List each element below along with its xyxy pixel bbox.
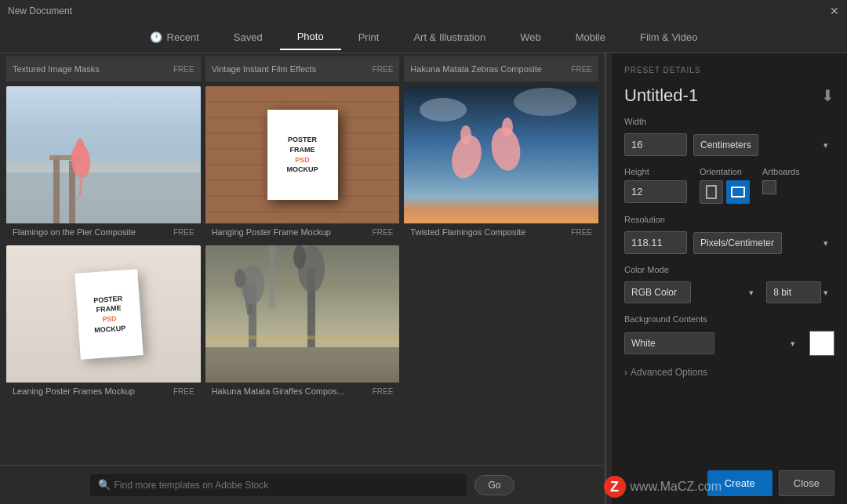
tab-art-label: Art & Illustration: [413, 31, 485, 43]
template-grid: Flamingo on the Pier Composite FREE: [0, 86, 605, 465]
list-item[interactable]: Hakuna Matata Zebras Composite FREE: [404, 56, 598, 82]
svg-rect-24: [205, 347, 400, 383]
height-input[interactable]: [624, 180, 687, 203]
landscape-icon: [731, 187, 745, 198]
svg-rect-0: [6, 172, 201, 223]
template-card-giraffe[interactable]: Hakuna Matata Giraffes Compos... FREE: [205, 245, 400, 400]
card-label: Hakuna Matata Zebras Composite: [410, 64, 542, 74]
orientation-buttons: [700, 180, 750, 204]
background-section: Background Contents White Black Transpar…: [624, 314, 834, 356]
preset-title-row: Untitled-1 ⬇: [624, 85, 834, 106]
svg-line-6: [80, 179, 82, 196]
color-mode-wrapper: RGB Color CMYK Color Grayscale: [624, 281, 760, 303]
search-input[interactable]: [90, 474, 467, 496]
card-label: Textured Image Masks: [13, 64, 100, 74]
watermark-logo: Z: [604, 476, 626, 498]
tab-saved-label: Saved: [234, 31, 263, 43]
tab-print[interactable]: Print: [341, 25, 397, 49]
card-label: Vintage Instant Film Effects: [212, 64, 317, 74]
free-badge: FREE: [173, 387, 194, 396]
svg-point-5: [76, 139, 84, 151]
tab-saved[interactable]: Saved: [216, 25, 280, 49]
height-group: Height: [624, 167, 687, 203]
card-label-row: Flamingo on the Pier Composite FREE: [6, 223, 201, 241]
tab-recent[interactable]: 🕐 Recent: [133, 25, 216, 49]
partial-row: Textured Image Masks FREE Vintage Instan…: [0, 56, 605, 82]
tab-art[interactable]: Art & Illustration: [396, 25, 503, 49]
go-button[interactable]: Go: [474, 475, 514, 495]
card-label-row: Hakuna Matata Giraffes Compos... FREE: [205, 383, 400, 400]
close-icon[interactable]: ✕: [830, 5, 839, 17]
tab-photo[interactable]: Photo: [280, 24, 341, 50]
bg-select-wrapper: White Black Transparent Background Color: [624, 332, 802, 354]
scroll-divider: [605, 53, 612, 504]
tab-bar: 🕐 Recent Saved Photo Print Art & Illustr…: [0, 22, 847, 53]
svg-point-28: [234, 269, 245, 288]
preset-title: Untitled-1: [624, 85, 698, 106]
card-label-row: Hanging Poster Frame Mockup FREE: [205, 223, 400, 241]
portrait-button[interactable]: [700, 180, 723, 204]
bg-color-swatch[interactable]: [809, 331, 834, 356]
bit-depth-select[interactable]: 8 bit 16 bit 32 bit: [766, 281, 821, 303]
titlebar-title: New Document: [8, 5, 72, 16]
svg-point-21: [420, 98, 467, 121]
list-item[interactable]: Textured Image Masks FREE: [6, 56, 201, 82]
giraffe-image: [205, 245, 400, 383]
search-wrapper: 🔍: [90, 474, 467, 496]
search-bar: 🔍 Go: [0, 465, 605, 504]
template-card-flamingo[interactable]: Flamingo on the Pier Composite FREE: [6, 86, 201, 241]
height-section: Height Orientation Artboards: [624, 167, 834, 204]
list-item[interactable]: Vintage Instant Film Effects FREE: [205, 56, 400, 82]
free-badge: FREE: [373, 387, 394, 396]
bg-contents-select[interactable]: White Black Transparent Background Color: [624, 332, 714, 354]
resolution-input[interactable]: [624, 231, 687, 254]
resolution-label: Resolution: [624, 215, 834, 224]
template-card-poster[interactable]: POSTER FRAME PSD MOCKUP Hanging Poster F…: [205, 86, 400, 241]
svg-rect-1: [53, 157, 60, 223]
watermark-text: www.MaCZ.com: [631, 480, 722, 494]
template-card-leaning[interactable]: POSTER FRAME PSD MOCKUP Leaning Poster F…: [6, 245, 201, 400]
width-unit-select[interactable]: Centimeters Pixels Inches Millimeters: [693, 134, 758, 156]
card-title: Hakuna Matata Giraffes Compos...: [212, 386, 344, 396]
bit-depth-wrapper: 8 bit 16 bit 32 bit: [766, 281, 834, 303]
advanced-options-label: Advanced Options: [631, 367, 707, 378]
template-row: POSTER FRAME PSD MOCKUP Leaning Poster F…: [6, 245, 598, 400]
width-input[interactable]: [624, 133, 687, 156]
free-badge: FREE: [173, 65, 194, 74]
orientation-group: Orientation: [700, 167, 750, 204]
free-badge: FREE: [173, 228, 194, 237]
twisted-image: [404, 86, 598, 223]
artboards-checkbox[interactable]: [762, 180, 776, 194]
preset-section-label: PRESET DETAILS: [624, 66, 834, 74]
leaning-image: POSTER FRAME PSD MOCKUP: [6, 245, 201, 383]
tab-film-label: Film & Video: [640, 31, 697, 43]
template-row: Flamingo on the Pier Composite FREE: [6, 86, 598, 241]
color-mode-section: Color Mode RGB Color CMYK Color Grayscal…: [624, 265, 834, 303]
svg-point-20: [502, 118, 513, 136]
card-title: Hanging Poster Frame Mockup: [212, 227, 331, 237]
tab-mobile[interactable]: Mobile: [558, 25, 623, 49]
landscape-button[interactable]: [726, 180, 750, 204]
search-icon: 🔍: [98, 479, 111, 491]
resolution-row: Pixels/Centimeter Pixels/Inch: [624, 231, 834, 254]
resolution-section: Resolution Pixels/Centimeter Pixels/Inch: [624, 215, 834, 254]
svg-point-31: [293, 245, 306, 269]
advanced-options-toggle[interactable]: › Advanced Options: [624, 367, 834, 378]
artboards-label: Artboards: [762, 167, 800, 176]
color-mode-select[interactable]: RGB Color CMYK Color Grayscale: [624, 281, 691, 303]
tab-film[interactable]: Film & Video: [623, 25, 714, 49]
card-title: Twisted Flamingos Composite: [410, 227, 525, 237]
portrait-icon: [706, 185, 717, 199]
flamingo-image: [6, 86, 201, 223]
card-label-row: Leaning Poster Frames Mockup FREE: [6, 383, 201, 400]
width-label: Width: [624, 117, 834, 126]
save-preset-icon[interactable]: ⬇: [821, 86, 834, 105]
tab-photo-label: Photo: [297, 31, 324, 42]
tab-web[interactable]: Web: [503, 25, 558, 49]
resolution-unit-select[interactable]: Pixels/Centimeter Pixels/Inch: [693, 232, 782, 254]
tab-recent-label: Recent: [167, 31, 199, 43]
tab-mobile-label: Mobile: [576, 31, 605, 43]
close-button[interactable]: Close: [779, 470, 834, 496]
template-card-twisted[interactable]: Twisted Flamingos Composite FREE: [404, 86, 598, 241]
chevron-right-icon: ›: [624, 367, 627, 378]
